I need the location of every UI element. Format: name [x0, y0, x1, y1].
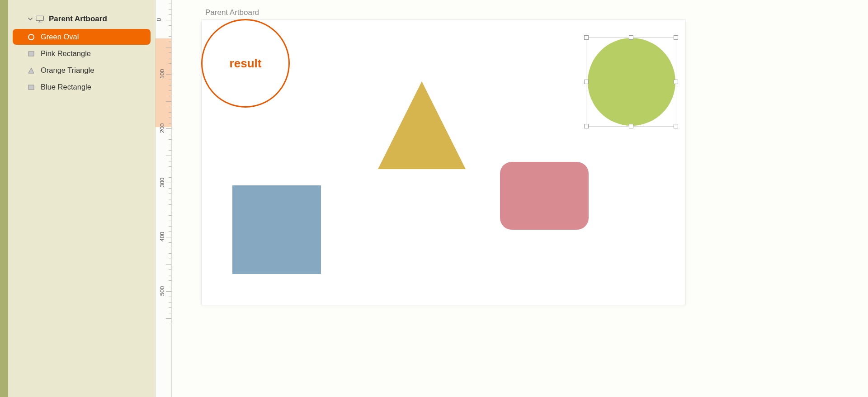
ruler-tick [166, 20, 171, 20]
ruler-tick [169, 85, 171, 85]
ruler-tick [169, 31, 171, 31]
ruler-tick [169, 232, 171, 232]
svg-point-1 [28, 34, 34, 40]
selection-bounding-box[interactable] [586, 37, 676, 127]
ruler-tick [169, 259, 171, 259]
ruler-tick [169, 307, 171, 308]
ruler-label: 400 [159, 232, 165, 242]
artboard-icon [35, 15, 44, 23]
layers-panel: Parent Artboard Green Oval Pink Rectangl… [8, 0, 156, 397]
ruler-tick [169, 80, 171, 80]
circle-icon [27, 33, 35, 41]
ruler-tick [169, 204, 171, 205]
layer-item-label: Pink Rectangle [41, 49, 91, 58]
window-edge-strip [0, 0, 8, 397]
shape-pink-rectangle[interactable] [500, 162, 589, 230]
ruler-tick [169, 215, 171, 216]
ruler-tick [169, 36, 171, 37]
ruler-tick [166, 183, 171, 183]
ruler-tick [169, 188, 171, 189]
shape-orange-triangle[interactable] [378, 81, 466, 169]
vertical-ruler[interactable]: 0100200300400500 [156, 0, 172, 397]
ruler-label: 300 [159, 178, 165, 188]
ruler-tick [166, 318, 171, 319]
canvas[interactable]: Parent Artboard result [172, 0, 868, 397]
ruler-tick [169, 297, 171, 297]
ruler-tick [169, 123, 171, 123]
ruler-tick [166, 128, 171, 129]
ruler-tick [166, 237, 171, 237]
ruler-tick [166, 264, 171, 265]
resize-handle-e[interactable] [674, 80, 678, 84]
ruler-tick [169, 286, 171, 286]
ruler-tick [169, 69, 171, 69]
ruler-tick [169, 139, 171, 140]
artboard-header-row[interactable]: Parent Artboard [8, 11, 155, 27]
artboard-canvas-label[interactable]: Parent Artboard [205, 8, 259, 17]
ruler-tick [166, 210, 171, 210]
layer-list: Green Oval Pink Rectangle Orange Triangl… [8, 27, 155, 97]
resize-handle-sw[interactable] [584, 124, 589, 128]
ruler-tick [169, 177, 171, 178]
rectangle-icon [27, 50, 35, 58]
layer-item-green-oval[interactable]: Green Oval [13, 29, 151, 45]
ruler-tick [169, 112, 171, 113]
ruler-selection-highlight [156, 38, 171, 127]
ruler-tick [169, 275, 171, 275]
ruler-tick [169, 145, 171, 145]
resize-handle-nw[interactable] [584, 35, 589, 40]
annotation-callout-circle: result [201, 19, 290, 108]
ruler-tick [166, 156, 171, 156]
shape-blue-rectangle[interactable] [232, 185, 321, 274]
ruler-tick [166, 291, 171, 292]
ruler-tick [169, 42, 171, 42]
resize-handle-ne[interactable] [674, 35, 678, 40]
annotation-callout-label: result [230, 57, 262, 71]
layer-item-pink-rectangle[interactable]: Pink Rectangle [13, 46, 151, 61]
ruler-tick [169, 313, 171, 313]
resize-handle-w[interactable] [584, 80, 589, 84]
ruler-tick [169, 221, 171, 221]
ruler-tick [166, 47, 171, 47]
ruler-tick [169, 9, 171, 9]
triangle-icon [27, 66, 35, 75]
ruler-tick [169, 14, 171, 15]
resize-handle-n[interactable] [629, 35, 633, 40]
rectangle-icon [27, 83, 35, 91]
ruler-tick [169, 134, 171, 134]
resize-handle-s[interactable] [629, 124, 633, 128]
ruler-tick [169, 118, 171, 118]
ruler-tick [169, 194, 171, 194]
ruler-tick [169, 302, 171, 302]
ruler-tick [166, 74, 171, 75]
ruler-tick [169, 248, 171, 248]
layer-item-label: Green Oval [41, 33, 79, 41]
ruler-tick [169, 324, 171, 324]
ruler-tick [169, 107, 171, 107]
ruler-tick [166, 101, 171, 102]
ruler-tick [169, 269, 171, 270]
ruler-tick [169, 161, 171, 161]
ruler-label: 200 [159, 123, 165, 133]
ruler-tick [169, 166, 171, 167]
ruler-label: 500 [159, 286, 165, 296]
ruler-tick [169, 199, 171, 199]
layer-item-label: Blue Rectangle [41, 83, 91, 91]
layer-item-label: Orange Triangle [41, 66, 94, 75]
chevron-down-icon[interactable] [27, 16, 33, 22]
ruler-tick [169, 63, 171, 64]
ruler-tick [169, 172, 171, 172]
ruler-tick [169, 253, 171, 254]
ruler-tick [169, 52, 171, 53]
resize-handle-se[interactable] [674, 124, 678, 128]
ruler-tick [169, 58, 171, 58]
layer-item-orange-triangle[interactable]: Orange Triangle [13, 62, 151, 78]
ruler-tick [169, 226, 171, 227]
svg-rect-0 [36, 16, 44, 20]
layer-item-blue-rectangle[interactable]: Blue Rectangle [13, 79, 151, 95]
ruler-tick [169, 90, 171, 91]
ruler-tick [169, 150, 171, 151]
ruler-tick [169, 280, 171, 281]
svg-rect-3 [28, 85, 34, 90]
artboard-title: Parent Artboard [49, 14, 107, 24]
